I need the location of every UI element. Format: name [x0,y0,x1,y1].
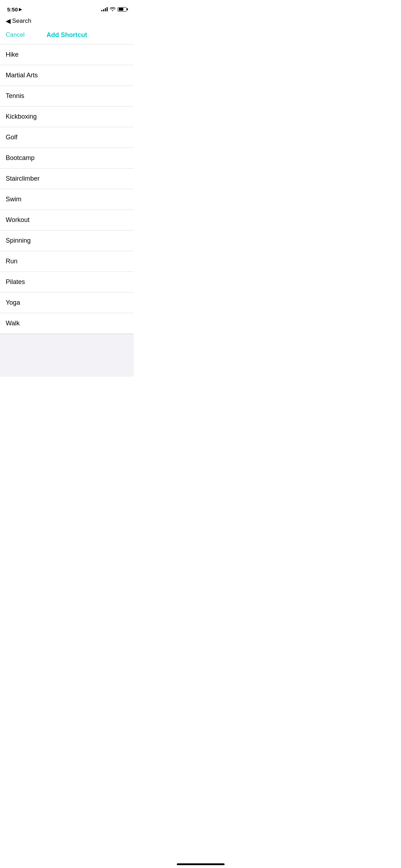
back-button[interactable]: ◀ Search [6,17,31,25]
status-icons [101,7,127,12]
back-arrow-icon: ◀ [6,17,11,25]
location-icon: ▶ [19,7,22,12]
status-bar: 5:50 ▶ [0,0,134,16]
page-title: Add Shortcut [47,31,87,39]
list-item[interactable]: Bootcamp [0,148,134,169]
list-item-label: Stairclimber [6,175,40,182]
list-item[interactable]: Kickboxing [0,107,134,127]
list-item-label: Bootcamp [6,154,35,161]
status-time: 5:50 ▶ [7,6,22,12]
back-navigation: ◀ Search [0,16,134,28]
list-item[interactable]: Yoga [0,293,134,313]
list-item-label: Walk [6,320,20,327]
back-label: Search [12,17,31,25]
list-item[interactable]: Hike [0,45,134,65]
list-item[interactable]: Golf [0,127,134,148]
list-item[interactable]: Workout [0,210,134,231]
list-item[interactable]: Stairclimber [0,169,134,189]
time-display: 5:50 [7,6,18,12]
signal-icon [101,7,108,11]
shortcuts-list: HikeMartial ArtsTennisKickboxingGolfBoot… [0,45,134,334]
list-item-label: Kickboxing [6,113,37,120]
list-item-label: Spinning [6,237,31,244]
list-item-label: Martial Arts [6,72,38,79]
cancel-button[interactable]: Cancel [6,31,25,38]
list-item-label: Hike [6,51,19,58]
list-item[interactable]: Pilates [0,272,134,293]
list-item[interactable]: Tennis [0,86,134,107]
list-item-label: Run [6,258,17,265]
bottom-area [0,334,134,377]
list-item-label: Golf [6,134,17,141]
list-item[interactable]: Martial Arts [0,65,134,86]
list-item-label: Tennis [6,92,24,99]
battery-icon [118,7,127,12]
list-item[interactable]: Swim [0,189,134,210]
list-item-label: Yoga [6,299,20,306]
list-item-label: Workout [6,216,30,223]
list-item[interactable]: Spinning [0,231,134,251]
navigation-bar: Cancel Add Shortcut [0,28,134,44]
list-item[interactable]: Walk [0,313,134,334]
list-item[interactable]: Run [0,251,134,272]
list-item-label: Swim [6,196,21,203]
wifi-icon [110,7,115,12]
list-item-label: Pilates [6,278,25,285]
